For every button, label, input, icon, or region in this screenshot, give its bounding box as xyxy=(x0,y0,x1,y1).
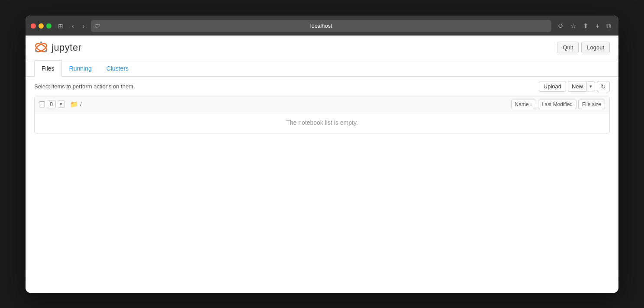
reload-button[interactable]: ↺ xyxy=(556,21,566,31)
sort-name-button[interactable]: Name ↓ xyxy=(511,100,536,109)
file-list-header: 0 ▾ 📁 / Name ↓ Last Modified File size xyxy=(35,97,609,112)
close-button[interactable] xyxy=(31,23,36,29)
sort-file-size-button[interactable]: File size xyxy=(578,100,605,109)
toolbar-right: Upload New ▾ ↻ xyxy=(539,81,610,92)
select-all-checkbox[interactable] xyxy=(39,101,45,107)
forward-button[interactable]: › xyxy=(80,22,87,30)
file-list-container: 0 ▾ 📁 / Name ↓ Last Modified File size xyxy=(34,97,610,133)
share-button[interactable]: ⬆ xyxy=(581,21,591,31)
new-dropdown-button[interactable]: ▾ xyxy=(586,81,595,91)
tab-running[interactable]: Running xyxy=(62,60,99,77)
folder-icon: 📁 xyxy=(70,101,78,108)
upload-button[interactable]: Upload xyxy=(539,81,566,92)
toolbar: Select items to perform actions on them.… xyxy=(26,77,618,97)
bookmark-button[interactable]: ☆ xyxy=(568,21,578,31)
svg-point-4 xyxy=(45,50,47,52)
tabs-bar: Files Running Clusters xyxy=(26,60,618,77)
svg-point-2 xyxy=(40,41,42,43)
forward-icon: › xyxy=(83,23,85,29)
tab-files[interactable]: Files xyxy=(34,60,62,77)
browser-chrome: ⊞ ‹ › 🛡 ↺ ☆ ⬆ + ⧉ xyxy=(26,16,618,36)
new-button-group: New ▾ xyxy=(568,81,595,92)
back-icon: ‹ xyxy=(72,23,74,29)
duplicate-tab-button[interactable]: ⧉ xyxy=(604,21,613,31)
sort-last-modified-button[interactable]: Last Modified xyxy=(538,100,576,109)
file-list-header-right: Name ↓ Last Modified File size xyxy=(511,100,605,109)
quit-button[interactable]: Quit xyxy=(557,42,579,53)
new-tab-button[interactable]: + xyxy=(593,21,602,30)
item-count: 0 xyxy=(47,100,56,108)
minimize-button[interactable] xyxy=(39,23,44,29)
file-list-header-left: 0 ▾ 📁 / xyxy=(39,100,511,108)
security-icon: 🛡 xyxy=(91,23,100,29)
logout-button[interactable]: Logout xyxy=(581,42,610,53)
traffic-lights xyxy=(31,23,52,29)
svg-point-3 xyxy=(35,50,38,52)
toolbar-instruction: Select items to perform actions on them. xyxy=(34,83,135,90)
maximize-button[interactable] xyxy=(46,23,52,29)
path-text: / xyxy=(80,101,82,107)
back-button[interactable]: ‹ xyxy=(70,22,76,30)
tab-clusters[interactable]: Clusters xyxy=(99,60,136,77)
item-count-dropdown[interactable]: ▾ xyxy=(58,101,65,108)
folder-path: 📁 / xyxy=(70,101,82,108)
refresh-button[interactable]: ↻ xyxy=(597,81,610,92)
page-content: jupyter Quit Logout Files Running Cluste… xyxy=(26,36,618,293)
new-button[interactable]: New xyxy=(568,81,586,92)
sort-arrow-icon: ↓ xyxy=(530,102,532,107)
jupyter-logo-icon xyxy=(34,41,48,55)
address-bar[interactable] xyxy=(91,20,551,32)
header-buttons: Quit Logout xyxy=(557,42,610,53)
empty-message: The notebook list is empty. xyxy=(35,112,609,133)
jupyter-logo: jupyter xyxy=(34,41,82,55)
jupyter-header: jupyter Quit Logout xyxy=(26,36,618,60)
jupyter-logo-text: jupyter xyxy=(52,42,82,53)
sidebar-toggle-button[interactable]: ⊞ xyxy=(56,22,65,30)
browser-actions: ↺ ☆ ⬆ + ⧉ xyxy=(556,21,613,31)
